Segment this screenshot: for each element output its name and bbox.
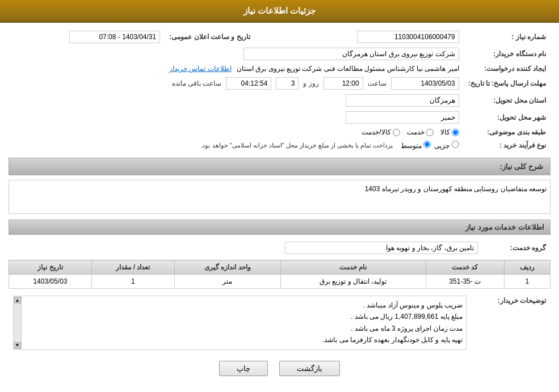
category-option-service[interactable]: خدمت	[407, 128, 434, 136]
creator-link[interactable]: اطلاعات تماس خریدار	[169, 65, 232, 73]
deadline-days-input[interactable]	[276, 77, 299, 90]
col-unit: واحد اندازه گیری	[174, 260, 280, 275]
deadline-label: مهلت ارسال پاسخ: تا تاریخ:	[464, 75, 550, 92]
category-cell: کالا خدمت کالا/خدمت	[9, 126, 464, 138]
page-header: جزئیات اطلاعات نیاز	[0, 0, 559, 23]
service-group-input[interactable]	[285, 242, 478, 254]
print-button[interactable]: چاپ	[219, 361, 268, 376]
purchase-option-motavaset[interactable]: متوسط	[401, 141, 431, 150]
category-kala-label: کالا	[440, 128, 450, 136]
city-input[interactable]	[346, 111, 459, 124]
need-number-input[interactable]	[357, 31, 459, 43]
cell-qty: 1	[91, 275, 174, 289]
deadline-date-input[interactable]	[391, 77, 459, 90]
category-option-kala[interactable]: کالا	[440, 128, 459, 136]
col-qty: تعداد / مقدار	[91, 260, 174, 275]
services-label: اطلاعات خدمات مورد نیاز	[465, 223, 544, 231]
buyer-notes-table: توضیحات خریدار: ضریب پلوس و مینوس آزاد م…	[9, 293, 550, 352]
buyer-note-line: مدت زمان اجرای پروژه 3 ماه می باشد .	[25, 323, 463, 334]
time-label: ساعت	[368, 79, 386, 87]
scrollbar[interactable]: ▲ ▼	[13, 296, 21, 350]
purchase-type-label: نوع فرآیند خرید :	[464, 138, 550, 152]
buyer-notes-area: ضریب پلوس و مینوس آزاد میباشد .مبلغ پایه…	[21, 296, 466, 350]
deadline-remaining-input[interactable]	[226, 77, 271, 90]
purchase-option-jozi[interactable]: جزیی	[434, 141, 459, 150]
need-number-cell	[289, 28, 463, 45]
buyer-org-cell	[9, 45, 464, 62]
services-section-title: اطلاعات خدمات مورد نیاز	[9, 220, 550, 235]
description-area: توسعه متفاضیان روستایی منطقه کهورستان و …	[9, 180, 550, 214]
buyer-notes-cell: ضریب پلوس و مینوس آزاد میباشد .مبلغ پایه…	[9, 293, 471, 352]
category-option-both[interactable]: کالا/خدمت	[362, 128, 400, 136]
category-label: طبقه بندی موضوعی:	[464, 126, 550, 138]
page-wrapper: جزئیات اطلاعات نیاز شماره نیاز : تاریخ و…	[0, 0, 559, 392]
table-row: 1 ت -35-351 تولید، انتقال و توزیع برق مت…	[9, 275, 550, 289]
province-label: استان محل تحویل:	[464, 92, 550, 109]
category-radio-kala[interactable]	[452, 129, 459, 136]
col-name: نام خدمت	[280, 260, 426, 275]
announce-cell	[9, 28, 165, 45]
cell-name: تولید، انتقال و توزیع برق	[280, 275, 426, 289]
category-both-label: کالا/خدمت	[362, 128, 390, 136]
cell-code: ت -35-351	[426, 275, 504, 289]
page-title: جزئیات اطلاعات نیاز	[243, 6, 316, 15]
description-text: توسعه متفاضیان روستایی منطقه کهورستان و …	[365, 185, 547, 193]
province-cell	[9, 92, 464, 109]
need-number-label: شماره نیاز :	[464, 28, 550, 45]
description-section-title: شرح کلی نیاز:	[9, 158, 550, 175]
purchase-note: پرداخت تمام یا بخشی از مبلغ خریداز محل "…	[200, 142, 393, 149]
main-content: شماره نیاز : تاریخ و ساعت اعلان عمومی: ن…	[0, 23, 559, 387]
buyer-org-label: نام دستگاه خریدار:	[464, 45, 550, 62]
buyer-note-line: تهیه پایه و کابل خودنگهدار بعهده کارفرما…	[25, 334, 463, 345]
category-service-label: خدمت	[407, 128, 424, 136]
deadline-time-input[interactable]	[323, 77, 363, 90]
category-radio-both[interactable]	[393, 129, 400, 136]
back-button[interactable]: بازگشت	[279, 361, 340, 376]
city-label: شهر محل تحویل:	[464, 109, 550, 126]
col-row: ردیف	[504, 260, 550, 275]
creator-text: امیر هاشمی نیا کارشناس مسئول مطالعات فنی…	[237, 65, 459, 73]
service-group-cell	[9, 239, 482, 256]
purchase-radio-motavaset[interactable]	[423, 141, 431, 148]
cell-row: 1	[504, 275, 550, 289]
remaining-label: ساعت باقی مانده	[172, 79, 222, 87]
day-label: روز و	[303, 79, 318, 87]
services-table: ردیف کد خدمت نام خدمت واحد اندازه گیری ت…	[9, 260, 550, 289]
service-group-label: گروه خدمت:	[482, 239, 550, 256]
announce-label: تاریخ و ساعت اعلان عمومی:	[165, 28, 278, 45]
description-label: شرح کلی نیاز:	[16, 162, 543, 171]
category-radio-service[interactable]	[426, 129, 434, 136]
province-input[interactable]	[346, 94, 459, 107]
purchase-type-cell: جزیی متوسط پرداخت تمام یا بخشی از مبلغ خ…	[9, 138, 464, 152]
buyer-note-line: مبلغ پایه 1,407,899,661 ریال می باشد .	[25, 311, 463, 322]
cell-unit: متر	[174, 275, 280, 289]
buyer-note-line: ضریب پلوس و مینوس آزاد میباشد .	[25, 300, 463, 311]
buyer-org-input[interactable]	[243, 48, 459, 60]
purchase-motavaset-label: متوسط	[401, 142, 422, 150]
buyer-notes-label: توضیحات خریدار:	[471, 293, 550, 352]
cell-date: 1403/05/03	[9, 275, 92, 289]
city-cell	[9, 109, 464, 126]
col-date: تاریخ نیاز	[9, 260, 92, 275]
col-code: کد خدمت	[426, 260, 504, 275]
info-table: شماره نیاز : تاریخ و ساعت اعلان عمومی: ن…	[9, 28, 550, 152]
button-row: بازگشت چاپ	[9, 361, 550, 376]
purchase-radio-jozi[interactable]	[452, 141, 459, 148]
creator-label: ایجاد کننده درخواست:	[464, 62, 550, 75]
purchase-jozi-label: جزیی	[434, 142, 449, 150]
scroll-down-arrow[interactable]: ▼	[14, 342, 21, 349]
service-group-table: گروه خدمت:	[9, 239, 550, 256]
announce-input[interactable]	[69, 31, 160, 43]
deadline-cell: ساعت روز و ساعت باقی مانده	[9, 75, 464, 92]
scroll-up-arrow[interactable]: ▲	[14, 297, 21, 304]
creator-cell: امیر هاشمی نیا کارشناس مسئول مطالعات فنی…	[9, 62, 464, 75]
